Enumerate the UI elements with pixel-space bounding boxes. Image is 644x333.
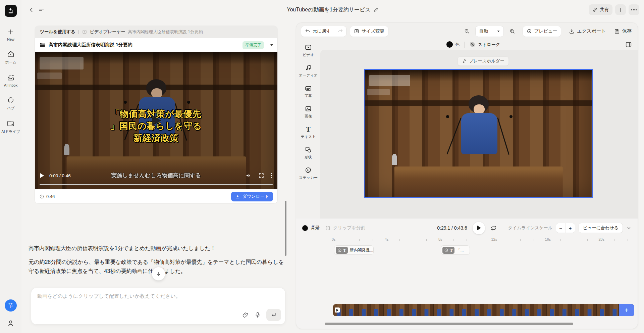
rail-item-label: ホーム: [5, 60, 16, 65]
zoom-in-button[interactable]: [507, 27, 517, 36]
send-button[interactable]: [266, 309, 281, 321]
tool-label: 画像: [305, 114, 312, 119]
shapes-icon: [305, 146, 312, 153]
folder-icon: [7, 120, 15, 128]
play-button[interactable]: [40, 173, 44, 178]
background-label: 背景: [311, 225, 320, 231]
selected-video-clip[interactable]: [364, 69, 593, 198]
tool-video[interactable]: ビデオ: [303, 44, 314, 57]
redo-button[interactable]: [335, 26, 346, 37]
new-chat-button[interactable]: [615, 4, 626, 15]
mic-icon[interactable]: [254, 312, 261, 318]
player-more-icon[interactable]: [271, 173, 272, 179]
fullscreen-icon[interactable]: [258, 173, 264, 179]
inbox-icon: [7, 74, 15, 82]
workspace-avatar[interactable]: 节: [5, 299, 17, 312]
caret-down-icon: [497, 31, 499, 32]
timeline-time: 0:29.1 / 0:43.6: [437, 225, 467, 231]
panel-toggle-icon[interactable]: [625, 41, 632, 48]
share-label: 共有: [600, 7, 609, 13]
scale-plus-button[interactable]: +: [566, 223, 575, 233]
filmstrip-track[interactable]: +: [333, 304, 634, 316]
split-clip-button[interactable]: クリップを分割: [325, 225, 365, 231]
dashed-circle-icon: [444, 248, 448, 252]
attachment-icon[interactable]: [242, 312, 249, 318]
plus-icon: [618, 7, 624, 13]
timeline-clip-track: T 新内閣発足... T 「...: [332, 245, 634, 255]
tool-subtitles[interactable]: 字幕: [305, 85, 312, 98]
ruler-label: 20s: [598, 237, 606, 241]
background-button[interactable]: 背景: [302, 225, 320, 231]
tool-audio[interactable]: オーディオ: [299, 64, 318, 78]
chat-panel: ツールを使用する | ビデオプレーヤー 高市内閣総理大臣所信表明演説 1分要約 …: [21, 19, 296, 333]
rail-item-home[interactable]: ホーム: [5, 50, 16, 65]
page-title: YouTubeの動画を1分要約サービス: [287, 6, 371, 13]
tool-stickers[interactable]: ステッカー: [299, 166, 318, 180]
preview-button[interactable]: プレビュー: [523, 26, 561, 37]
share-button[interactable]: 共有: [589, 4, 612, 15]
undo-icon: [305, 29, 310, 34]
save-icon: [614, 29, 620, 34]
placeholder-pill[interactable]: プレースホルダー: [458, 56, 509, 66]
chevron-down-icon[interactable]: [626, 225, 632, 231]
edit-title-icon[interactable]: [373, 7, 379, 12]
clip-type-chip: T: [442, 247, 454, 254]
export-button[interactable]: エクスポート: [568, 28, 607, 34]
preview-label: プレビュー: [534, 28, 557, 34]
undo-button[interactable]: 元に戻す: [301, 26, 335, 37]
fit-view-button[interactable]: ビューに合わせる: [579, 223, 623, 233]
text-icon: T: [450, 248, 453, 252]
editor-canvas[interactable]: プレースホルダー: [320, 50, 638, 219]
color-property[interactable]: 色: [446, 41, 460, 48]
subtitles-icon: [305, 85, 312, 92]
editor-tool-rail: ビデオ オーディオ 字幕 画像 T テキスト 形状 ステッカー: [296, 44, 320, 180]
add-media-button[interactable]: +: [619, 304, 634, 316]
more-button[interactable]: [629, 4, 639, 15]
tool-shapes[interactable]: 形状: [305, 146, 312, 160]
undo-redo-group: 元に戻す: [301, 26, 346, 37]
resize-button[interactable]: サイズ変更: [350, 26, 388, 37]
app-logo[interactable]: [5, 5, 17, 17]
clapperboard-icon: [39, 42, 46, 48]
save-button[interactable]: 保存: [613, 28, 633, 34]
tool-header[interactable]: ツールを使用する | ビデオプレーヤー 高市内閣総理大臣所信表明演説 1分要約: [35, 26, 278, 38]
rail-item-new[interactable]: New: [7, 28, 14, 41]
tool-text[interactable]: T テキスト: [301, 126, 316, 139]
volume-icon[interactable]: [246, 173, 252, 179]
save-label: 保存: [622, 28, 632, 34]
rail-item-hub[interactable]: ハブ: [7, 96, 15, 111]
zoom-out-button[interactable]: [462, 27, 472, 36]
rail-item-ai-drive[interactable]: AIドライブ: [1, 120, 20, 134]
ellipsis-icon: [631, 9, 637, 10]
loop-icon[interactable]: [490, 225, 497, 231]
tool-image[interactable]: 画像: [305, 105, 312, 119]
zoom-mode-select[interactable]: 自動: [475, 26, 504, 37]
scale-minus-button[interactable]: −: [556, 223, 566, 233]
stroke-property[interactable]: ストローク: [469, 41, 500, 48]
text-clip[interactable]: T 新内閣発足...: [334, 245, 374, 255]
color-swatch: [446, 41, 453, 48]
text-clip[interactable]: T 「...: [441, 245, 470, 255]
video-player[interactable]: 「物価高対策が最優先 」国民の暮らしを守る 新経済政策 実施しませんむしろ物価高…: [35, 52, 277, 189]
timeline-ruler[interactable]: 0s 4s 8s 12s 16s 20s: [332, 237, 634, 243]
zoom-out-icon: [464, 28, 470, 34]
progress-bar[interactable]: [40, 184, 273, 186]
timeline: 背景 クリップを分割 0:29.1 / 0:43.6 タイムラインスケール − …: [296, 219, 638, 329]
player-controls: 0:00 / 0:46: [35, 171, 277, 181]
back-button[interactable]: [26, 5, 36, 15]
divider: [464, 42, 465, 48]
play-overlay-icon[interactable]: [152, 115, 161, 126]
collapse-caret-icon[interactable]: [270, 44, 273, 46]
duration-group: 0:46: [39, 194, 55, 199]
download-button[interactable]: ダウンロード: [231, 192, 273, 201]
link-icon: [592, 7, 598, 12]
chat-input[interactable]: [31, 288, 285, 309]
history-menu-button[interactable]: [36, 5, 46, 15]
chat-scrollbar[interactable]: [285, 201, 286, 256]
timeline-horizontal-scrollbar[interactable]: [325, 323, 573, 325]
scroll-to-bottom-button[interactable]: [152, 267, 165, 281]
timeline-play-button[interactable]: [473, 222, 485, 234]
image-icon: [305, 105, 312, 112]
account-icon[interactable]: [6, 319, 15, 328]
rail-item-ai-inbox[interactable]: AI Inbox: [4, 74, 17, 87]
